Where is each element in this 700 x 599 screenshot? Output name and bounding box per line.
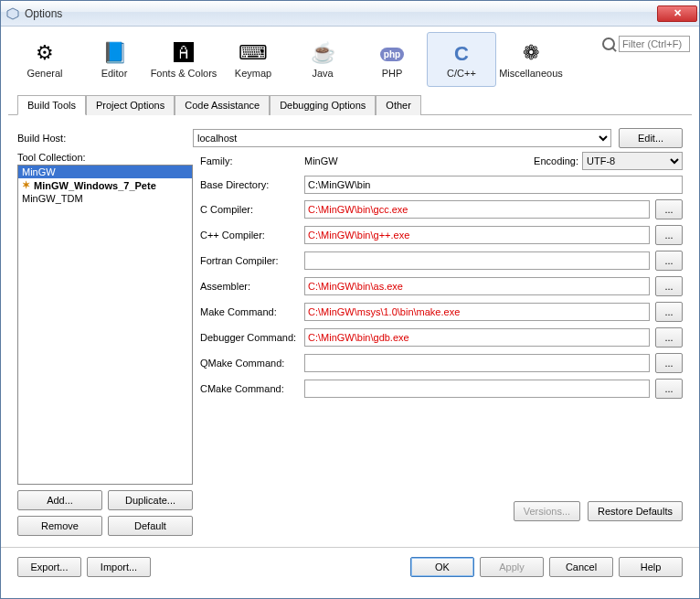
browse-button[interactable]: ...: [655, 276, 683, 296]
category-label: C/C++: [447, 68, 476, 79]
category-miscellaneous[interactable]: ❁Miscellaneous: [496, 32, 566, 87]
remove-button[interactable]: Remove: [17, 516, 102, 536]
category-java[interactable]: ☕Java: [288, 32, 357, 87]
field-input-make-command[interactable]: [304, 303, 650, 321]
category-label: Keymap: [235, 68, 271, 79]
browse-button[interactable]: ...: [655, 379, 683, 399]
category-general[interactable]: ⚙General: [10, 32, 80, 87]
field-input-c-compiler[interactable]: [304, 200, 650, 219]
category-label: Editor: [101, 68, 128, 79]
versions-button[interactable]: Versions...: [514, 501, 580, 521]
java-icon: ☕: [310, 40, 335, 66]
category-toolbar: ⚙General📘Editor🅰Fonts & Colors⌨Keymap☕Ja…: [1, 27, 699, 87]
c-c--icon: C: [449, 40, 474, 66]
general-icon: ⚙: [32, 40, 58, 66]
field-label: Debugger Command:: [200, 332, 299, 343]
tool-item-label: MinGW_Windows_7_Pete: [34, 180, 156, 191]
help-button[interactable]: Help: [619, 557, 683, 577]
tool-item-label: MinGW: [22, 166, 56, 177]
php-icon: php: [379, 40, 405, 66]
build-host-select[interactable]: localhost: [193, 129, 611, 147]
editor-icon: 📘: [101, 40, 127, 66]
ok-button[interactable]: OK: [410, 557, 474, 577]
tab-other[interactable]: Other: [376, 95, 421, 115]
tab-debugging-options[interactable]: Debugging Options: [270, 95, 376, 115]
family-value: MinGW: [304, 155, 338, 166]
keymap-icon: ⌨: [240, 40, 266, 66]
field-label: Make Command:: [200, 306, 299, 317]
add-button[interactable]: Add...: [17, 490, 102, 510]
category-editor[interactable]: 📘Editor: [80, 32, 149, 87]
close-button[interactable]: ✕: [657, 5, 697, 22]
search-icon: [602, 37, 615, 50]
field-label: C Compiler:: [200, 204, 299, 215]
category-label: General: [27, 68, 62, 79]
family-label: Family:: [200, 155, 299, 166]
fonts-colors-icon: 🅰: [171, 40, 196, 66]
build-host-label: Build Host:: [17, 133, 193, 144]
browse-button[interactable]: ...: [655, 302, 683, 322]
encoding-select[interactable]: UTF-8: [582, 152, 683, 170]
browse-button[interactable]: ...: [655, 251, 683, 271]
encoding-label: Encoding:: [534, 155, 578, 166]
field-label: QMake Command:: [200, 358, 299, 369]
export-button[interactable]: Export...: [17, 557, 81, 577]
tab-project-options[interactable]: Project Options: [86, 95, 175, 115]
edit-host-button[interactable]: Edit...: [619, 128, 683, 148]
tool-item[interactable]: MinGW: [18, 166, 192, 178]
tool-item[interactable]: MinGW_TDM: [18, 192, 192, 205]
footer: Export... Import... OK Apply Cancel Help: [1, 548, 699, 586]
apply-button[interactable]: Apply: [480, 557, 544, 577]
browse-button[interactable]: ...: [655, 327, 683, 348]
app-icon: [6, 7, 19, 20]
category-label: Fonts & Colors: [151, 68, 217, 79]
category-label: Miscellaneous: [499, 68, 563, 79]
field-input-qmake-command[interactable]: [304, 354, 650, 372]
field-label: Assembler:: [200, 281, 299, 292]
browse-button[interactable]: ...: [655, 199, 683, 219]
tab-build-tools[interactable]: Build Tools: [17, 95, 86, 115]
restore-defaults-button[interactable]: Restore Defaults: [588, 501, 683, 521]
browse-button[interactable]: ...: [655, 353, 683, 373]
star-icon: ✶: [22, 179, 30, 191]
field-input-debugger-command[interactable]: [304, 328, 650, 347]
title-bar: Options ✕: [1, 1, 699, 27]
tab-bar: Build ToolsProject OptionsCode Assistanc…: [8, 87, 692, 115]
category-c-c-[interactable]: CC/C++: [427, 32, 496, 87]
category-label: PHP: [382, 68, 403, 79]
miscellaneous-icon: ❁: [518, 40, 544, 66]
default-button[interactable]: Default: [108, 516, 193, 536]
tab-code-assistance[interactable]: Code Assistance: [175, 95, 270, 115]
field-input-assembler[interactable]: [304, 277, 650, 295]
window-title: Options: [25, 7, 657, 20]
category-php[interactable]: phpPHP: [357, 32, 427, 87]
tool-collection-list[interactable]: MinGW✶MinGW_Windows_7_PeteMinGW_TDM: [17, 165, 193, 485]
filter-input[interactable]: [619, 36, 690, 52]
tool-item[interactable]: ✶MinGW_Windows_7_Pete: [18, 178, 192, 192]
tool-collection-label: Tool Collection:: [17, 152, 193, 163]
tool-item-label: MinGW_TDM: [22, 193, 83, 204]
import-button[interactable]: Import...: [87, 557, 151, 577]
category-fonts-colors[interactable]: 🅰Fonts & Colors: [149, 32, 218, 87]
field-label: Base Directory:: [200, 179, 299, 190]
browse-button[interactable]: ...: [655, 225, 683, 245]
field-input-base-directory[interactable]: [304, 176, 683, 194]
cancel-button[interactable]: Cancel: [549, 557, 613, 577]
field-label: C++ Compiler:: [200, 230, 299, 241]
field-input-fortran-compiler[interactable]: [304, 251, 650, 270]
category-label: Java: [312, 68, 333, 79]
duplicate-button[interactable]: Duplicate...: [108, 490, 193, 510]
category-keymap[interactable]: ⌨Keymap: [218, 32, 288, 87]
field-label: Fortran Compiler:: [200, 255, 299, 266]
field-input-cmake-command[interactable]: [304, 380, 650, 398]
field-input-c-compiler[interactable]: [304, 226, 650, 244]
field-label: CMake Command:: [200, 383, 299, 394]
svg-marker-0: [7, 8, 18, 19]
